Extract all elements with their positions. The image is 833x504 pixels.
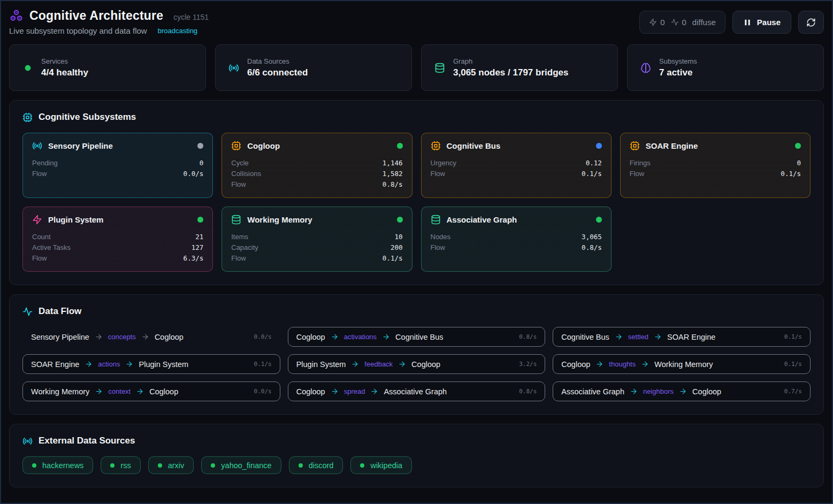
subsystem-name: Plugin System bbox=[48, 215, 103, 224]
status-dot bbox=[197, 217, 203, 223]
source-pill-arxiv: arxiv bbox=[148, 456, 194, 474]
subsystem-stat-row: Urgency0.12 bbox=[431, 158, 602, 169]
subsystem-stat-row: Items10 bbox=[231, 232, 402, 242]
stat-label: Flow bbox=[630, 169, 644, 179]
arrow-right-icon bbox=[331, 333, 339, 341]
flow-chip-plugin-system-cogloop: Plugin SystemfeedbackCogloop3.2/s bbox=[288, 354, 546, 374]
dataflow-title: Data Flow bbox=[39, 306, 81, 317]
subsystem-card-working-memory: Working MemoryItems10Capacity200Flow0.1/… bbox=[221, 207, 412, 272]
flow-source: Cogloop bbox=[296, 333, 325, 341]
flow-rate: 0.7/s bbox=[784, 388, 802, 395]
flow-source: Cogloop bbox=[296, 387, 325, 396]
flow-target: Cogloop bbox=[411, 360, 440, 369]
diffuse-mode-label: diffuse bbox=[692, 18, 716, 27]
source-name: hackernews bbox=[42, 461, 83, 470]
sources-panel: External Data Sources hackernewsrssarxiv… bbox=[9, 424, 824, 487]
broadcast-status: broadcasting bbox=[158, 27, 197, 35]
subsystem-stat-row: Nodes3,065 bbox=[431, 232, 602, 242]
stat-value: 0.1/s bbox=[383, 253, 403, 264]
activity-icon bbox=[22, 307, 33, 317]
refresh-icon bbox=[806, 18, 816, 27]
flow-target: Cogloop bbox=[149, 387, 178, 396]
logo-icon bbox=[9, 9, 24, 23]
arrow-right-icon bbox=[679, 387, 687, 395]
arrow-right-icon bbox=[595, 360, 603, 368]
status-dot bbox=[211, 463, 215, 468]
stat-label: Items bbox=[231, 232, 248, 242]
subsystem-card-cogloop: CogloopCycle1,146Collisions1,582Flow0.8/… bbox=[221, 133, 412, 198]
stat-value: 6.3/s bbox=[184, 253, 204, 264]
arrow-right-icon bbox=[331, 387, 339, 395]
flow-source: Working Memory bbox=[31, 387, 89, 396]
stat-label: Flow bbox=[32, 169, 47, 179]
cycle-counter: cycle 1151 bbox=[173, 13, 209, 21]
stat-value: 21 bbox=[195, 232, 203, 242]
flow-target: Plugin System bbox=[139, 360, 188, 369]
flow-rate: 0.0/s bbox=[254, 333, 272, 340]
source-pill-discord: discord bbox=[289, 456, 343, 474]
source-pill-wikipedia: wikipedia bbox=[350, 456, 412, 474]
arrow-right-icon bbox=[398, 360, 406, 368]
status-dot bbox=[397, 143, 403, 149]
subsystem-stat-row: Flow0.1/s bbox=[630, 169, 801, 179]
arrow-right-icon bbox=[85, 360, 93, 368]
status-dot bbox=[397, 217, 403, 223]
stat-value: 0.8/s bbox=[383, 179, 403, 190]
subsystem-stat-row: Capacity200 bbox=[231, 242, 402, 253]
flow-chip-cogloop-cognitive-bus: CogloopactivationsCognitive Bus0.8/s bbox=[288, 327, 546, 347]
flow-target: Cogloop bbox=[692, 387, 721, 396]
event-counter-badge: 0 0 diffuse bbox=[639, 11, 725, 34]
refresh-button[interactable] bbox=[798, 11, 824, 34]
pause-button[interactable]: Pause bbox=[732, 11, 791, 34]
arrow-right-icon bbox=[641, 360, 649, 368]
dataflow-grid: Sensory PipelineconceptsCogloop0.0/sCogl… bbox=[22, 327, 811, 401]
arrow-right-icon bbox=[351, 360, 359, 368]
source-name: wikipedia bbox=[370, 461, 402, 470]
source-name: arxiv bbox=[168, 461, 185, 470]
brain-icon bbox=[640, 63, 651, 73]
flow-rate: 0.1/s bbox=[784, 361, 802, 368]
arrow-right-icon bbox=[136, 387, 144, 395]
activity-icon bbox=[671, 18, 679, 26]
flow-chip-cogloop-working-memory: CogloopthoughtsWorking Memory0.1/s bbox=[553, 354, 811, 374]
status-dot bbox=[596, 217, 602, 223]
cpu-icon bbox=[22, 112, 33, 123]
stat-label: Urgency bbox=[431, 158, 456, 169]
flow-rate: 0.8/s bbox=[519, 388, 537, 395]
stat-label: Services bbox=[41, 57, 88, 65]
database-icon bbox=[434, 63, 445, 73]
dashboard: Cognitive Architecture cycle 1151 Live s… bbox=[1, 1, 832, 503]
subsystem-card-associative-graph: Associative GraphNodes3,065Flow0.8/s bbox=[421, 207, 612, 272]
arrow-right-icon bbox=[654, 333, 662, 341]
subsystem-stat-row: Flow0.1/s bbox=[431, 169, 602, 179]
zap-icon bbox=[649, 18, 657, 26]
status-dot bbox=[299, 463, 303, 468]
stat-card-subsystems: Subsystems7 active bbox=[627, 44, 824, 91]
subsystems-panel: Cognitive Subsystems Sensory PipelinePen… bbox=[9, 100, 824, 285]
zap-count: 0 bbox=[660, 18, 664, 27]
status-dot bbox=[158, 463, 162, 468]
flow-target: Associative Graph bbox=[384, 387, 447, 396]
subsystem-name: Associative Graph bbox=[447, 215, 517, 224]
stat-label: Nodes bbox=[431, 232, 451, 242]
stat-value: 0.1/s bbox=[781, 169, 801, 179]
stat-value: 0 bbox=[200, 158, 204, 169]
stat-label: Flow bbox=[32, 253, 47, 264]
sources-pill-row: hackernewsrssarxivyahoo_financediscordwi… bbox=[22, 456, 811, 474]
stat-card-data-sources: Data Sources6/6 connected bbox=[215, 44, 412, 91]
source-name: discord bbox=[309, 461, 334, 470]
database-icon bbox=[431, 215, 441, 225]
flow-rate: 0.0/s bbox=[254, 388, 272, 395]
source-pill-hackernews: hackernews bbox=[22, 456, 93, 474]
flow-source: Associative Graph bbox=[561, 387, 624, 396]
header-controls: 0 0 diffuse Pause bbox=[639, 11, 824, 34]
flow-rate: 0.1/s bbox=[784, 333, 802, 340]
subsystem-name: Cognitive Bus bbox=[447, 141, 501, 150]
flow-source: Cogloop bbox=[561, 360, 590, 369]
stat-value: 0.12 bbox=[586, 158, 602, 169]
cpu-icon bbox=[630, 141, 640, 151]
flow-rate: 0.1/s bbox=[254, 361, 272, 368]
radio-icon bbox=[22, 436, 33, 446]
stat-value: 1,582 bbox=[383, 169, 403, 179]
flow-source: SOAR Engine bbox=[31, 360, 79, 369]
